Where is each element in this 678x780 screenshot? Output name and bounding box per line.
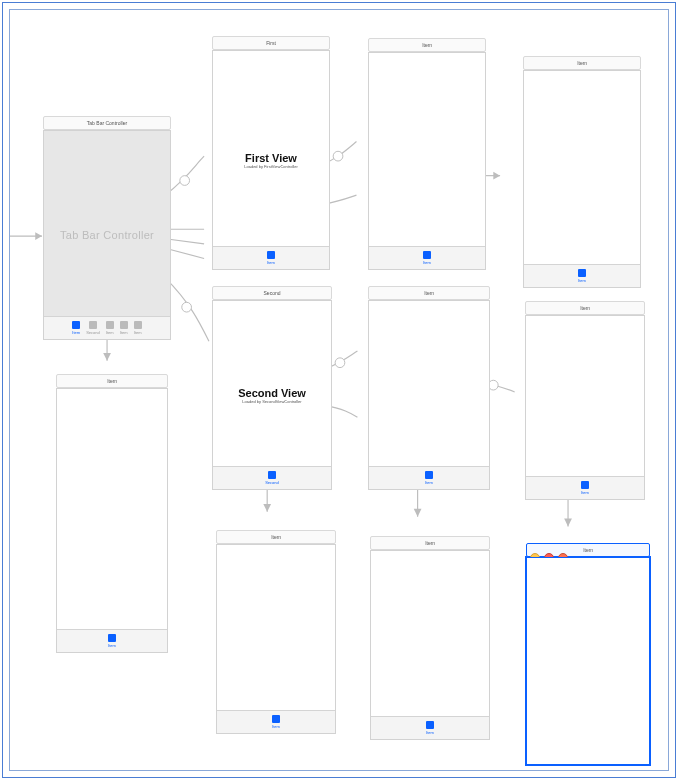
scene-title: First	[212, 36, 330, 50]
svg-point-2	[182, 302, 192, 312]
scene-title: Tab Bar Controller	[43, 116, 171, 130]
tabbar[interactable]: Item	[217, 710, 335, 733]
tabbar[interactable]: Item	[369, 246, 485, 269]
tab-item-label: Item	[134, 330, 142, 335]
tab-item-label: Item	[581, 490, 589, 495]
scene-title: Item	[368, 38, 486, 52]
inner-frame: Tab Bar Controller Tab Bar Controller It…	[9, 9, 669, 771]
tab-item[interactable]: Item	[426, 721, 434, 735]
tab-item-label: Second	[265, 480, 279, 485]
scene-title: Item	[370, 536, 490, 550]
tabbar[interactable]: Item	[369, 466, 489, 489]
svg-marker-3	[103, 353, 111, 361]
second-sub: Loaded by SecondViewController	[242, 399, 301, 404]
storyboard-canvas[interactable]: Tab Bar Controller Tab Bar Controller It…	[10, 10, 668, 770]
tab-item-label: Item	[426, 730, 434, 735]
scene-title: Item	[525, 301, 645, 315]
scene-first[interactable]: First First View Loaded by FirstViewCont…	[212, 50, 330, 270]
tab-item-label: Item	[120, 330, 128, 335]
tab-item[interactable]: Item	[578, 269, 586, 283]
tab-item-label: Item	[423, 260, 431, 265]
scene-title: Item	[56, 374, 168, 388]
tab-item-label: Item	[106, 330, 114, 335]
tab-item-0[interactable]: Item	[72, 321, 80, 335]
tab-item-label: Item	[72, 330, 80, 335]
first-heading: First View	[245, 152, 297, 164]
svg-marker-5	[493, 172, 500, 180]
tab-item[interactable]: Item	[267, 251, 275, 265]
tabbar[interactable]: Item Second Item Item Item	[44, 316, 170, 339]
scene-item-a[interactable]: Item Item	[56, 388, 168, 653]
scene-item-d[interactable]: Item Item	[368, 300, 490, 490]
tab-item-label: Item	[267, 260, 275, 265]
scene-item-g[interactable]: Item Item	[370, 550, 490, 740]
svg-point-4	[333, 151, 343, 161]
scene-item-f[interactable]: Item Item	[216, 544, 336, 734]
scene-title: Second	[212, 286, 332, 300]
tab-item[interactable]: Item	[581, 481, 589, 495]
scene-title: Item	[216, 530, 336, 544]
tab-item[interactable]: Item	[423, 251, 431, 265]
tabbar[interactable]: Second	[213, 466, 331, 489]
tabbar[interactable]: Item	[213, 246, 329, 269]
outer-frame: Tab Bar Controller Tab Bar Controller It…	[2, 2, 676, 778]
tab-item-4[interactable]: Item	[134, 321, 142, 335]
scene-second[interactable]: Second Second View Loaded by SecondViewC…	[212, 300, 332, 490]
tabbar[interactable]: Item	[371, 716, 489, 739]
svg-marker-0	[35, 232, 42, 240]
tab-item-label: Item	[108, 643, 116, 648]
scene-title: Item	[368, 286, 490, 300]
svg-marker-8	[414, 509, 422, 517]
svg-marker-9	[564, 519, 572, 527]
tabbar[interactable]: Item	[526, 476, 644, 499]
tab-item-label: Item	[272, 724, 280, 729]
tab-item-label: Item	[425, 480, 433, 485]
tab-item[interactable]: Second	[265, 471, 279, 485]
tabbar[interactable]: Item	[57, 629, 167, 652]
svg-point-6	[335, 358, 345, 368]
tab-item[interactable]: Item	[425, 471, 433, 485]
scene-tabbarcontroller[interactable]: Tab Bar Controller Tab Bar Controller It…	[43, 130, 171, 340]
tab-item-label: Item	[578, 278, 586, 283]
tabbar[interactable]: Item	[524, 264, 640, 287]
scene-item-c[interactable]: Item Item	[523, 70, 641, 288]
scene-title: Item	[523, 56, 641, 70]
first-sub: Loaded by FirstViewController	[244, 164, 298, 169]
tabbarcontroller-placeholder: Tab Bar Controller	[60, 229, 154, 241]
tab-item-label: Second	[86, 330, 100, 335]
svg-marker-10	[263, 504, 271, 512]
second-heading: Second View	[238, 387, 306, 399]
scene-item-selected[interactable]: Item	[525, 556, 651, 766]
tab-item-1[interactable]: Second	[86, 321, 100, 335]
tab-item-3[interactable]: Item	[120, 321, 128, 335]
scene-item-e[interactable]: Item Item	[525, 315, 645, 500]
tab-item[interactable]: Item	[108, 634, 116, 648]
scene-item-b[interactable]: Item Item	[368, 52, 486, 270]
tab-item-2[interactable]: Item	[106, 321, 114, 335]
tab-item[interactable]: Item	[272, 715, 280, 729]
svg-point-1	[180, 176, 190, 186]
